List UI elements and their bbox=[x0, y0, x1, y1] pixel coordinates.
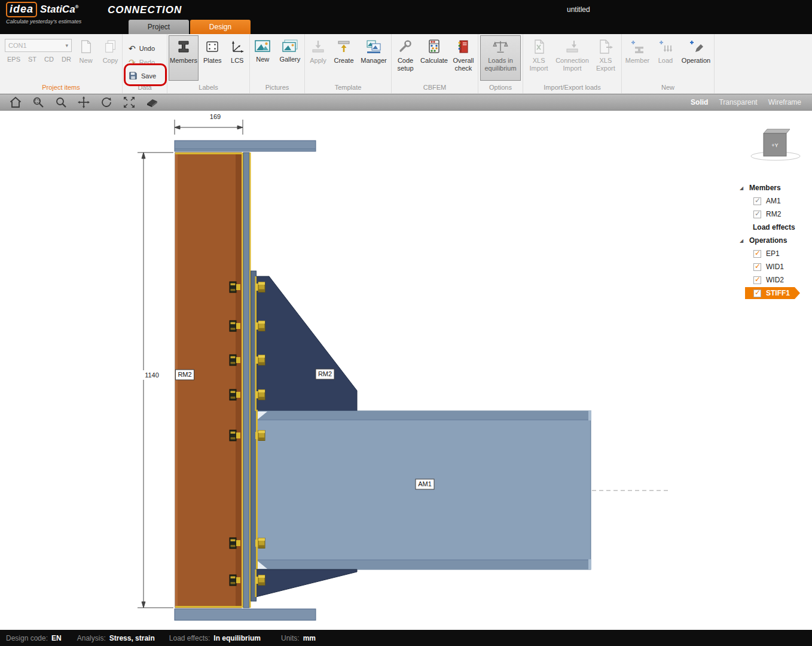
labels-lcs-button[interactable]: LCS bbox=[226, 35, 248, 81]
beam-am1[interactable] bbox=[256, 410, 591, 571]
status-units: Units: mm bbox=[281, 634, 316, 642]
redo-button[interactable]: ↷ Redo bbox=[124, 55, 166, 69]
checkbox-ep1[interactable] bbox=[753, 250, 761, 258]
copy-icon bbox=[103, 39, 118, 54]
balance-scale-icon bbox=[492, 39, 509, 54]
tree-item-am1[interactable]: AM1 bbox=[735, 194, 812, 208]
ribbon: CON1 ▾ EPS ST CD DR New Copy bbox=[0, 34, 812, 94]
undo-button[interactable]: ↶ Undo bbox=[124, 41, 166, 55]
labels-plates-button[interactable]: Plates bbox=[201, 35, 224, 81]
template-manager-button[interactable]: Manager bbox=[358, 35, 390, 81]
rotate-view-icon[interactable] bbox=[99, 96, 114, 109]
st-button[interactable]: ST bbox=[28, 56, 36, 63]
tab-design[interactable]: Design bbox=[190, 20, 251, 34]
top-flange-plate[interactable] bbox=[175, 141, 316, 151]
picture-gallery-button[interactable]: Gallery bbox=[277, 35, 303, 81]
part-label-am1: AM1 bbox=[416, 479, 434, 489]
dimension-width-value: 169 bbox=[210, 113, 221, 120]
svg-text:AM1: AM1 bbox=[418, 480, 432, 487]
tree-item-label: AM1 bbox=[766, 197, 781, 205]
template-manager-icon bbox=[365, 39, 382, 54]
new-load-button[interactable]: Load bbox=[653, 35, 678, 81]
connection-import-icon bbox=[564, 39, 580, 54]
app-logo: idea StatiCa® Calculate yesterday's esti… bbox=[6, 2, 81, 25]
dimension-height-label: 1140 bbox=[142, 370, 161, 380]
new-operation-button[interactable]: Operation bbox=[680, 35, 712, 81]
ribbon-group-labels: Members Plates LCS Labels bbox=[167, 34, 250, 93]
picture-icon bbox=[254, 39, 271, 53]
xls-export-icon bbox=[598, 39, 613, 54]
wrench-icon bbox=[398, 39, 413, 54]
project-item-combo[interactable]: CON1 ▾ bbox=[5, 39, 72, 52]
template-create-button[interactable]: Create bbox=[332, 35, 356, 81]
stiffener-plate-bottom[interactable] bbox=[255, 569, 358, 597]
lcs-axes-icon bbox=[230, 39, 245, 54]
tab-project[interactable]: Project bbox=[129, 20, 189, 34]
model-viewport[interactable]: 169 1140 bbox=[0, 111, 812, 630]
zoom-icon[interactable] bbox=[54, 96, 68, 109]
eps-button[interactable]: EPS bbox=[7, 56, 20, 63]
xls-export-button[interactable]: XLS Export bbox=[591, 35, 620, 81]
render-mode-solid[interactable]: Solid bbox=[691, 98, 708, 106]
ribbon-group-project-items: CON1 ▾ EPS ST CD DR New Copy bbox=[0, 34, 123, 93]
loads-in-equilibrium-toggle[interactable]: Loads in equilibrium bbox=[480, 35, 521, 81]
dr-button[interactable]: DR bbox=[62, 56, 71, 63]
calculate-button[interactable]: Calculate bbox=[420, 35, 448, 81]
tree-item-ep1[interactable]: EP1 bbox=[735, 247, 812, 260]
checkbox-rm2[interactable] bbox=[753, 211, 761, 218]
tree-item-wid2[interactable]: WID2 bbox=[735, 273, 812, 287]
checkbox-wid1[interactable] bbox=[753, 263, 761, 271]
title-bar: idea StatiCa® Calculate yesterday's esti… bbox=[0, 0, 812, 34]
tree-item-rm2[interactable]: RM2 bbox=[735, 208, 812, 221]
xls-import-button[interactable]: XLS Import bbox=[524, 35, 553, 81]
gusset-plate-top[interactable] bbox=[255, 276, 358, 411]
tree-item-stiff1[interactable]: STIFF1 bbox=[735, 287, 812, 300]
bottom-flange-plate[interactable] bbox=[175, 609, 316, 620]
template-apply-button[interactable]: Apply bbox=[306, 35, 330, 81]
orientation-cube[interactable]: +Y bbox=[751, 129, 800, 160]
column-web-strip[interactable] bbox=[243, 153, 251, 608]
tree-item-wid1[interactable]: WID1 bbox=[735, 260, 812, 273]
connection-import-button[interactable]: Connection Import bbox=[555, 35, 590, 81]
group-label-template: Template bbox=[305, 83, 391, 93]
connection-drawing[interactable]: 169 1140 bbox=[0, 111, 812, 630]
render-mode-transparent[interactable]: Transparent bbox=[719, 98, 757, 106]
check-report-icon bbox=[456, 39, 471, 54]
tree-operations-header[interactable]: ◢ Operations bbox=[735, 234, 812, 247]
overall-check-button[interactable]: Overall check bbox=[450, 35, 477, 81]
copy-project-item-button[interactable]: Copy bbox=[100, 35, 121, 81]
code-setup-button[interactable]: Code setup bbox=[393, 35, 418, 81]
checkbox-am1[interactable] bbox=[753, 197, 761, 205]
new-project-item-button[interactable]: New bbox=[75, 35, 96, 81]
ribbon-group-import-export: XLS Import Connection Import XLS Export … bbox=[523, 34, 622, 93]
expander-icon[interactable]: ◢ bbox=[740, 185, 745, 191]
checkbox-stiff1[interactable] bbox=[753, 290, 761, 297]
save-button[interactable]: Save bbox=[124, 69, 166, 83]
status-analysis: Analysis: Stress, strain bbox=[77, 634, 155, 642]
picture-new-button[interactable]: New bbox=[251, 35, 274, 81]
zoom-window-icon[interactable] bbox=[31, 96, 45, 109]
ribbon-group-options: Loads in equilibrium Options bbox=[478, 34, 523, 93]
pan-icon[interactable] bbox=[77, 96, 91, 109]
ribbon-spacer bbox=[715, 34, 812, 93]
labels-members-button[interactable]: Members bbox=[169, 35, 199, 81]
section-cut-icon[interactable] bbox=[145, 96, 159, 109]
home-view-icon[interactable] bbox=[8, 96, 23, 109]
cd-button[interactable]: CD bbox=[44, 56, 54, 63]
new-member-button[interactable]: Member bbox=[624, 35, 651, 81]
abacus-icon bbox=[426, 39, 442, 54]
logo-idea-mark: idea bbox=[6, 2, 37, 17]
svg-text:RM2: RM2 bbox=[318, 370, 332, 377]
dimension-height bbox=[138, 153, 173, 608]
zoom-fit-icon[interactable] bbox=[122, 96, 136, 109]
checkbox-wid2[interactable] bbox=[753, 276, 761, 284]
tree-load-effects-label: Load effects bbox=[753, 223, 795, 231]
render-mode-wireframe[interactable]: Wireframe bbox=[768, 98, 801, 106]
tree-item-label: STIFF1 bbox=[766, 289, 790, 297]
expander-icon[interactable]: ◢ bbox=[740, 238, 745, 243]
tree-operations-label: Operations bbox=[749, 236, 787, 245]
tree-load-effects-header[interactable]: Load effects bbox=[735, 221, 812, 234]
document-title: untitled bbox=[567, 5, 590, 14]
group-label-project-items: Project items bbox=[0, 83, 122, 93]
tree-members-header[interactable]: ◢ Members bbox=[735, 181, 812, 194]
